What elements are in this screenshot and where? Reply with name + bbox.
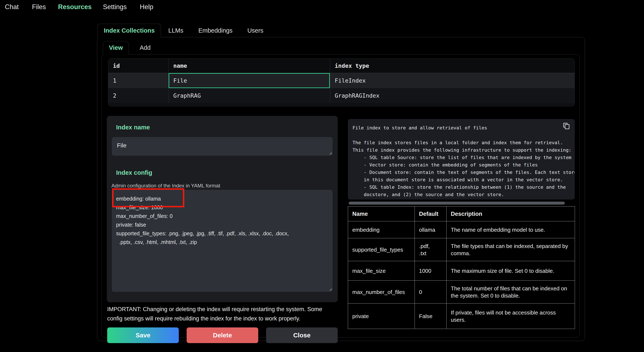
param-name: embedding (348, 221, 415, 238)
column-header-index-type[interactable]: index type (330, 59, 575, 73)
index-collections-table: id name index type 1 File FileIndex 2 Gr… (108, 58, 575, 106)
param-name: supported_file_types (348, 238, 415, 261)
param-description: The file types that can be indexed, sepa… (446, 238, 575, 261)
param-default: False (415, 304, 446, 329)
table-header-row: id name index type (108, 59, 574, 73)
params-header-default: Default (415, 206, 446, 221)
param-name: max_file_size (348, 261, 415, 281)
nav-item-settings[interactable]: Settings (103, 3, 127, 11)
param-description: The name of embedding model to use. (446, 221, 575, 238)
index-config-help: Admin configuration of the Index in YAML… (112, 183, 220, 189)
param-default: 1000 (415, 261, 446, 281)
param-description: The total number of files that can be in… (446, 281, 575, 304)
nav-item-resources[interactable]: Resources (58, 3, 92, 11)
cell-name-graphrag[interactable]: GraphRAG (168, 88, 330, 103)
index-description-panel: File index to store and allow retrieval … (348, 119, 575, 200)
cell-id-1[interactable]: 1 (108, 73, 168, 88)
index-description-code: File index to store and allow retrieval … (348, 119, 575, 200)
params-row-max-number-of-files: max_number_of_files 0 The total number o… (348, 281, 575, 304)
resize-handle-icon[interactable] (328, 287, 332, 291)
table-row: 1 File FileIndex (108, 73, 574, 88)
tab-embeddings[interactable]: Embeddings (195, 27, 236, 34)
index-config-label: Index config (116, 169, 152, 176)
tab-users[interactable]: Users (245, 27, 266, 34)
nav-item-chat[interactable]: Chat (5, 3, 19, 11)
param-description: If private, files will not be accessible… (446, 304, 575, 329)
cell-type-graphragindex[interactable]: GraphRAGIndex (330, 88, 575, 103)
param-default: 0 (415, 281, 446, 304)
params-row-private: private False If private, files will not… (348, 304, 575, 329)
params-header-description: Description (446, 206, 575, 221)
params-table: Name Default Description embedding ollam… (348, 206, 575, 329)
resize-handle-icon[interactable] (328, 151, 332, 155)
column-header-name[interactable]: name (168, 59, 330, 73)
save-button[interactable]: Save (107, 328, 179, 343)
subtab-add[interactable]: Add (136, 44, 155, 51)
close-button[interactable]: Close (266, 328, 338, 343)
tab-index-collections[interactable]: Index Collections (98, 24, 161, 38)
params-header-row: Name Default Description (348, 206, 575, 221)
delete-button[interactable]: Delete (187, 328, 258, 343)
table-row: 2 GraphRAG GraphRAGIndex (108, 88, 574, 103)
cell-id-2[interactable]: 2 (108, 88, 168, 103)
index-name-label: Index name (116, 124, 150, 131)
param-name: max_number_of_files (348, 281, 415, 304)
param-default: .pdf, .txt (415, 238, 446, 261)
nav-item-help[interactable]: Help (140, 3, 153, 11)
tab-index-collections-label: Index Collections (104, 27, 155, 34)
subtab-view-label: View (109, 44, 123, 51)
params-row-embedding: embedding ollama The name of embedding m… (348, 221, 575, 238)
cell-type-fileindex[interactable]: FileIndex (330, 73, 575, 88)
app-root: Chat Files Resources Settings Help Index… (0, 0, 644, 352)
params-row-max-file-size: max_file_size 1000 The maximum size of f… (348, 261, 575, 281)
params-header-name: Name (348, 206, 415, 221)
important-note: IMPORTANT: Changing or deleting the inde… (107, 304, 339, 323)
index-form-card: Index name File Index config Admin confi… (107, 116, 338, 302)
cell-name-file-selected[interactable]: File (168, 73, 330, 88)
param-description: The maximum size of file. Set 0 to disab… (446, 261, 575, 281)
subtab-view[interactable]: View (103, 41, 129, 55)
horizontal-scrollbar-thumb[interactable] (349, 202, 565, 204)
nav-item-files[interactable]: Files (32, 3, 46, 11)
index-name-input[interactable]: File (112, 137, 332, 156)
param-default: ollama (415, 221, 446, 238)
param-name: private (348, 304, 415, 329)
params-row-supported-file-types: supported_file_types .pdf, .txt The file… (348, 238, 575, 261)
copy-button[interactable] (562, 122, 571, 131)
tab-llms[interactable]: LLMs (167, 27, 184, 34)
index-config-textarea[interactable]: embedding: ollama max_file_size: 1000 ma… (112, 190, 332, 292)
column-header-id[interactable]: id (108, 59, 168, 73)
